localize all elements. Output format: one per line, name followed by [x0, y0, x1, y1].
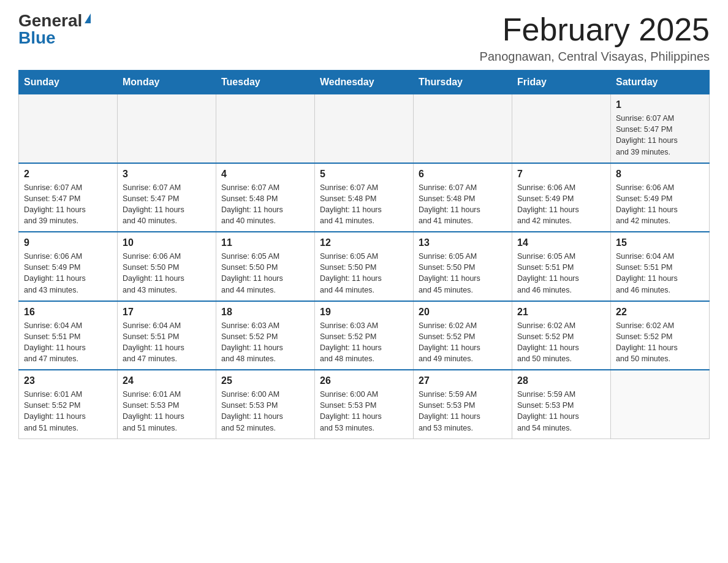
day-of-week-header: Friday	[512, 71, 611, 94]
calendar-day-cell: 16Sunrise: 6:04 AM Sunset: 5:51 PM Dayli…	[19, 301, 118, 370]
day-of-week-header: Saturday	[611, 71, 710, 94]
day-info: Sunrise: 6:07 AM Sunset: 5:47 PM Dayligh…	[24, 182, 112, 227]
day-info: Sunrise: 6:00 AM Sunset: 5:53 PM Dayligh…	[320, 389, 408, 434]
calendar-day-cell: 28Sunrise: 5:59 AM Sunset: 5:53 PM Dayli…	[512, 370, 611, 439]
calendar-day-cell: 13Sunrise: 6:05 AM Sunset: 5:50 PM Dayli…	[414, 232, 512, 301]
day-number: 27	[419, 375, 507, 386]
day-number: 9	[24, 237, 112, 248]
day-number: 7	[517, 169, 605, 180]
calendar-day-cell: 19Sunrise: 6:03 AM Sunset: 5:52 PM Dayli…	[315, 301, 414, 370]
calendar-week-row: 1Sunrise: 6:07 AM Sunset: 5:47 PM Daylig…	[19, 94, 710, 163]
day-number: 20	[419, 307, 507, 318]
day-info: Sunrise: 6:02 AM Sunset: 5:52 PM Dayligh…	[419, 320, 507, 365]
day-info: Sunrise: 5:59 AM Sunset: 5:53 PM Dayligh…	[517, 389, 605, 434]
calendar-day-cell: 22Sunrise: 6:02 AM Sunset: 5:52 PM Dayli…	[611, 301, 710, 370]
calendar-day-cell: 6Sunrise: 6:07 AM Sunset: 5:48 PM Daylig…	[414, 163, 512, 232]
logo: General Blue	[18, 12, 91, 47]
day-info: Sunrise: 6:06 AM Sunset: 5:49 PM Dayligh…	[24, 251, 112, 296]
page-header: General Blue February 2025 Panognawan, C…	[18, 12, 710, 64]
day-info: Sunrise: 6:05 AM Sunset: 5:51 PM Dayligh…	[517, 251, 605, 296]
calendar-day-cell: 25Sunrise: 6:00 AM Sunset: 5:53 PM Dayli…	[216, 370, 315, 439]
calendar-day-cell	[611, 370, 710, 439]
calendar-day-cell: 18Sunrise: 6:03 AM Sunset: 5:52 PM Dayli…	[216, 301, 315, 370]
calendar-day-cell	[512, 94, 611, 163]
day-info: Sunrise: 5:59 AM Sunset: 5:53 PM Dayligh…	[419, 389, 507, 434]
calendar-day-cell: 21Sunrise: 6:02 AM Sunset: 5:52 PM Dayli…	[512, 301, 611, 370]
calendar-day-cell: 9Sunrise: 6:06 AM Sunset: 5:49 PM Daylig…	[19, 232, 118, 301]
day-info: Sunrise: 6:02 AM Sunset: 5:52 PM Dayligh…	[517, 320, 605, 365]
calendar-day-cell: 4Sunrise: 6:07 AM Sunset: 5:48 PM Daylig…	[216, 163, 315, 232]
day-info: Sunrise: 6:00 AM Sunset: 5:53 PM Dayligh…	[221, 389, 309, 434]
day-of-week-header: Thursday	[414, 71, 512, 94]
day-info: Sunrise: 6:05 AM Sunset: 5:50 PM Dayligh…	[320, 251, 408, 296]
day-number: 3	[123, 169, 211, 180]
day-number: 1	[616, 99, 704, 110]
calendar-day-cell	[216, 94, 315, 163]
day-info: Sunrise: 6:06 AM Sunset: 5:50 PM Dayligh…	[123, 251, 211, 296]
calendar-week-row: 23Sunrise: 6:01 AM Sunset: 5:52 PM Dayli…	[19, 370, 710, 439]
day-number: 21	[517, 307, 605, 318]
day-number: 26	[320, 375, 408, 386]
day-number: 5	[320, 169, 408, 180]
calendar-day-cell: 26Sunrise: 6:00 AM Sunset: 5:53 PM Dayli…	[315, 370, 414, 439]
day-number: 15	[616, 237, 704, 248]
calendar-day-cell: 17Sunrise: 6:04 AM Sunset: 5:51 PM Dayli…	[118, 301, 216, 370]
day-info: Sunrise: 6:07 AM Sunset: 5:48 PM Dayligh…	[419, 182, 507, 227]
day-info: Sunrise: 6:03 AM Sunset: 5:52 PM Dayligh…	[320, 320, 408, 365]
day-info: Sunrise: 6:07 AM Sunset: 5:47 PM Dayligh…	[123, 182, 211, 227]
calendar-day-cell	[414, 94, 512, 163]
day-info: Sunrise: 6:04 AM Sunset: 5:51 PM Dayligh…	[123, 320, 211, 365]
calendar-day-cell: 24Sunrise: 6:01 AM Sunset: 5:53 PM Dayli…	[118, 370, 216, 439]
calendar-day-cell: 14Sunrise: 6:05 AM Sunset: 5:51 PM Dayli…	[512, 232, 611, 301]
calendar-day-cell: 15Sunrise: 6:04 AM Sunset: 5:51 PM Dayli…	[611, 232, 710, 301]
calendar-day-cell: 11Sunrise: 6:05 AM Sunset: 5:50 PM Dayli…	[216, 232, 315, 301]
day-number: 16	[24, 307, 112, 318]
day-number: 12	[320, 237, 408, 248]
day-info: Sunrise: 6:01 AM Sunset: 5:52 PM Dayligh…	[24, 389, 112, 434]
day-number: 10	[123, 237, 211, 248]
calendar-week-row: 16Sunrise: 6:04 AM Sunset: 5:51 PM Dayli…	[19, 301, 710, 370]
calendar-day-cell: 20Sunrise: 6:02 AM Sunset: 5:52 PM Dayli…	[414, 301, 512, 370]
calendar-day-cell: 10Sunrise: 6:06 AM Sunset: 5:50 PM Dayli…	[118, 232, 216, 301]
calendar-day-cell	[118, 94, 216, 163]
calendar-day-cell: 12Sunrise: 6:05 AM Sunset: 5:50 PM Dayli…	[315, 232, 414, 301]
calendar-day-cell: 7Sunrise: 6:06 AM Sunset: 5:49 PM Daylig…	[512, 163, 611, 232]
calendar-header-row: SundayMondayTuesdayWednesdayThursdayFrid…	[19, 71, 710, 94]
logo-blue-text: Blue	[18, 28, 56, 47]
day-of-week-header: Monday	[118, 71, 216, 94]
day-number: 14	[517, 237, 605, 248]
day-number: 22	[616, 307, 704, 318]
calendar-table: SundayMondayTuesdayWednesdayThursdayFrid…	[18, 70, 710, 439]
calendar-day-cell: 8Sunrise: 6:06 AM Sunset: 5:49 PM Daylig…	[611, 163, 710, 232]
day-number: 23	[24, 375, 112, 386]
logo-triangle-icon	[85, 13, 91, 23]
day-number: 11	[221, 237, 309, 248]
title-section: February 2025 Panognawan, Central Visaya…	[480, 12, 710, 64]
day-number: 24	[123, 375, 211, 386]
day-info: Sunrise: 6:04 AM Sunset: 5:51 PM Dayligh…	[24, 320, 112, 365]
day-of-week-header: Wednesday	[315, 71, 414, 94]
calendar-day-cell: 5Sunrise: 6:07 AM Sunset: 5:48 PM Daylig…	[315, 163, 414, 232]
day-number: 18	[221, 307, 309, 318]
day-number: 17	[123, 307, 211, 318]
day-info: Sunrise: 6:05 AM Sunset: 5:50 PM Dayligh…	[221, 251, 309, 296]
calendar-day-cell: 23Sunrise: 6:01 AM Sunset: 5:52 PM Dayli…	[19, 370, 118, 439]
location-subtitle: Panognawan, Central Visayas, Philippines	[480, 50, 710, 64]
day-number: 2	[24, 169, 112, 180]
day-info: Sunrise: 6:07 AM Sunset: 5:47 PM Dayligh…	[616, 113, 704, 158]
day-number: 4	[221, 169, 309, 180]
day-number: 13	[419, 237, 507, 248]
calendar-day-cell: 27Sunrise: 5:59 AM Sunset: 5:53 PM Dayli…	[414, 370, 512, 439]
day-number: 19	[320, 307, 408, 318]
calendar-week-row: 9Sunrise: 6:06 AM Sunset: 5:49 PM Daylig…	[19, 232, 710, 301]
day-info: Sunrise: 6:07 AM Sunset: 5:48 PM Dayligh…	[221, 182, 309, 227]
calendar-week-row: 2Sunrise: 6:07 AM Sunset: 5:47 PM Daylig…	[19, 163, 710, 232]
calendar-day-cell	[315, 94, 414, 163]
day-of-week-header: Sunday	[19, 71, 118, 94]
day-info: Sunrise: 6:06 AM Sunset: 5:49 PM Dayligh…	[517, 182, 605, 227]
calendar-day-cell: 1Sunrise: 6:07 AM Sunset: 5:47 PM Daylig…	[611, 94, 710, 163]
day-info: Sunrise: 6:03 AM Sunset: 5:52 PM Dayligh…	[221, 320, 309, 365]
day-info: Sunrise: 6:06 AM Sunset: 5:49 PM Dayligh…	[616, 182, 704, 227]
day-number: 8	[616, 169, 704, 180]
calendar-day-cell: 3Sunrise: 6:07 AM Sunset: 5:47 PM Daylig…	[118, 163, 216, 232]
